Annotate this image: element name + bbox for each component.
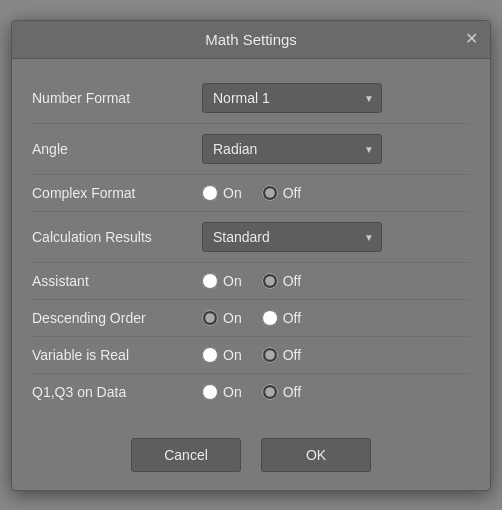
radio-group-variable-is-real: OnOff xyxy=(202,347,315,363)
row-number-format: Number FormatNormal 1Normal 2FixSciEng▼ xyxy=(32,73,470,124)
radio-option-assistant-on[interactable]: On xyxy=(202,273,242,289)
radio-option-complex-format-on[interactable]: On xyxy=(202,185,242,201)
control-variable-is-real: OnOff xyxy=(202,347,470,363)
radio-group-complex-format: OnOff xyxy=(202,185,315,201)
radio-label-descending-order-off: Off xyxy=(283,310,301,326)
radio-option-assistant-off[interactable]: Off xyxy=(262,273,301,289)
row-descending-order: Descending OrderOnOff xyxy=(32,300,470,337)
radio-label-variable-is-real-off: Off xyxy=(283,347,301,363)
radio-label-variable-is-real-on: On xyxy=(223,347,242,363)
radio-option-descending-order-on[interactable]: On xyxy=(202,310,242,326)
control-descending-order: OnOff xyxy=(202,310,470,326)
label-q1q3-on-data: Q1,Q3 on Data xyxy=(32,384,202,400)
radio-input-variable-is-real-on[interactable] xyxy=(202,347,218,363)
radio-input-complex-format-on[interactable] xyxy=(202,185,218,201)
radio-option-q1q3-on-data-off[interactable]: Off xyxy=(262,384,301,400)
radio-label-q1q3-on-data-on: On xyxy=(223,384,242,400)
row-angle: AngleRadianDegreeGradian▼ xyxy=(32,124,470,175)
radio-input-descending-order-on[interactable] xyxy=(202,310,218,326)
radio-group-q1q3-on-data: OnOff xyxy=(202,384,315,400)
label-assistant: Assistant xyxy=(32,273,202,289)
row-q1q3-on-data: Q1,Q3 on DataOnOff xyxy=(32,374,470,410)
radio-label-q1q3-on-data-off: Off xyxy=(283,384,301,400)
dialog-footer: Cancel OK xyxy=(12,424,490,490)
radio-input-assistant-off[interactable] xyxy=(262,273,278,289)
radio-option-descending-order-off[interactable]: Off xyxy=(262,310,301,326)
select-number-format[interactable]: Normal 1Normal 2FixSciEng xyxy=(202,83,382,113)
radio-option-complex-format-off[interactable]: Off xyxy=(262,185,301,201)
radio-option-variable-is-real-off[interactable]: Off xyxy=(262,347,301,363)
dialog-body: Number FormatNormal 1Normal 2FixSciEng▼A… xyxy=(12,59,490,424)
radio-option-q1q3-on-data-on[interactable]: On xyxy=(202,384,242,400)
radio-group-descending-order: OnOff xyxy=(202,310,315,326)
select-wrapper-calculation-results: StandardDecimalMixed▼ xyxy=(202,222,382,252)
math-settings-dialog: Math Settings ✕ Number FormatNormal 1Nor… xyxy=(11,20,491,491)
radio-input-q1q3-on-data-off[interactable] xyxy=(262,384,278,400)
dialog-header: Math Settings ✕ xyxy=(12,21,490,59)
control-number-format: Normal 1Normal 2FixSciEng▼ xyxy=(202,83,470,113)
select-wrapper-angle: RadianDegreeGradian▼ xyxy=(202,134,382,164)
label-descending-order: Descending Order xyxy=(32,310,202,326)
radio-input-descending-order-off[interactable] xyxy=(262,310,278,326)
row-assistant: AssistantOnOff xyxy=(32,263,470,300)
label-variable-is-real: Variable is Real xyxy=(32,347,202,363)
radio-label-assistant-on: On xyxy=(223,273,242,289)
label-complex-format: Complex Format xyxy=(32,185,202,201)
row-variable-is-real: Variable is RealOnOff xyxy=(32,337,470,374)
select-angle[interactable]: RadianDegreeGradian xyxy=(202,134,382,164)
radio-label-complex-format-off: Off xyxy=(283,185,301,201)
control-angle: RadianDegreeGradian▼ xyxy=(202,134,470,164)
control-q1q3-on-data: OnOff xyxy=(202,384,470,400)
select-wrapper-number-format: Normal 1Normal 2FixSciEng▼ xyxy=(202,83,382,113)
label-number-format: Number Format xyxy=(32,90,202,106)
label-angle: Angle xyxy=(32,141,202,157)
ok-button[interactable]: OK xyxy=(261,438,371,472)
radio-input-variable-is-real-off[interactable] xyxy=(262,347,278,363)
radio-input-complex-format-off[interactable] xyxy=(262,185,278,201)
radio-group-assistant: OnOff xyxy=(202,273,315,289)
row-complex-format: Complex FormatOnOff xyxy=(32,175,470,212)
radio-option-variable-is-real-on[interactable]: On xyxy=(202,347,242,363)
radio-label-assistant-off: Off xyxy=(283,273,301,289)
row-calculation-results: Calculation ResultsStandardDecimalMixed▼ xyxy=(32,212,470,263)
control-assistant: OnOff xyxy=(202,273,470,289)
control-calculation-results: StandardDecimalMixed▼ xyxy=(202,222,470,252)
dialog-title: Math Settings xyxy=(205,31,297,48)
radio-input-assistant-on[interactable] xyxy=(202,273,218,289)
select-calculation-results[interactable]: StandardDecimalMixed xyxy=(202,222,382,252)
close-icon[interactable]: ✕ xyxy=(465,31,478,47)
radio-label-complex-format-on: On xyxy=(223,185,242,201)
control-complex-format: OnOff xyxy=(202,185,470,201)
radio-label-descending-order-on: On xyxy=(223,310,242,326)
label-calculation-results: Calculation Results xyxy=(32,229,202,245)
radio-input-q1q3-on-data-on[interactable] xyxy=(202,384,218,400)
cancel-button[interactable]: Cancel xyxy=(131,438,241,472)
